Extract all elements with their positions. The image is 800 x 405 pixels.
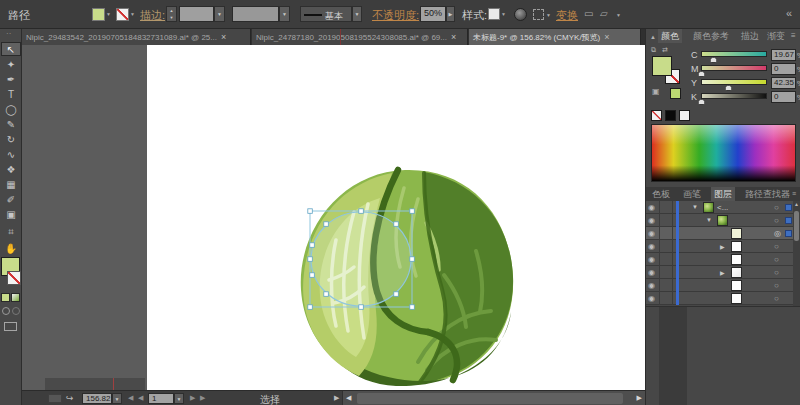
pen-tool[interactable]: ✒ xyxy=(1,73,21,87)
stroke-caret-icon[interactable]: ▼ xyxy=(130,11,135,17)
tab-gradient[interactable]: 渐变 xyxy=(764,29,788,43)
target-icon[interactable]: ○ xyxy=(774,242,779,251)
opacity-link[interactable]: 不透明度: xyxy=(372,8,419,23)
artboard-number-input[interactable]: 1 xyxy=(148,393,174,404)
width-profile-select[interactable] xyxy=(232,6,279,22)
black-swatch[interactable] xyxy=(665,110,676,121)
visibility-eye-icon[interactable]: ◉ xyxy=(648,294,655,303)
recolor-artwork-icon[interactable] xyxy=(514,8,527,21)
align-art-icon[interactable]: ▱ xyxy=(600,8,608,19)
visibility-eye-icon[interactable]: ◉ xyxy=(648,242,655,251)
artboard-caret-icon[interactable]: ▼ xyxy=(174,393,184,404)
tab-pathfinder[interactable]: 路径查找器 xyxy=(742,187,793,201)
tab-layers[interactable]: 图层 xyxy=(711,187,735,201)
layer-row[interactable]: ◉ ○ xyxy=(646,279,800,292)
tab-color-guide[interactable]: 颜色参考 xyxy=(690,29,732,43)
stroke-color-swatch[interactable] xyxy=(116,8,129,21)
visibility-eye-icon[interactable]: ◉ xyxy=(648,268,655,277)
target-icon[interactable]: ○ xyxy=(774,294,779,303)
tab-color[interactable]: 颜色 xyxy=(658,29,682,43)
paintbrush-tool[interactable]: ✎ xyxy=(1,118,21,132)
fill-color-swatch[interactable] xyxy=(92,8,105,21)
yellow-value-input[interactable]: 42.35 xyxy=(771,77,796,89)
visibility-eye-icon[interactable]: ◉ xyxy=(648,255,655,264)
document-tab-active[interactable]: 未标题-9* @ 156.82% (CMYK/预览)× xyxy=(469,29,641,45)
layer-row[interactable]: ◉ ▼ ○ xyxy=(646,214,800,227)
layer-row[interactable]: ◉ ▼ <... ○ xyxy=(646,201,800,214)
cyan-value-input[interactable]: 19.67 xyxy=(771,49,796,61)
style-swatch[interactable] xyxy=(488,8,500,20)
gradient-mode-button[interactable] xyxy=(11,293,20,302)
close-icon[interactable]: × xyxy=(604,32,609,42)
stroke-weight-caret-icon[interactable]: ▼ xyxy=(214,6,225,22)
close-icon[interactable]: × xyxy=(451,32,456,42)
magenta-value-input[interactable]: 0 xyxy=(771,63,796,75)
magenta-slider-track[interactable] xyxy=(701,65,767,71)
panel-grip-icon[interactable]: ·· xyxy=(6,29,11,38)
target-icon[interactable]: ○ xyxy=(774,255,779,264)
selection-indicator[interactable] xyxy=(785,230,792,237)
magic-wand-tool[interactable]: ✦ xyxy=(1,58,21,72)
artboard-tool[interactable]: ⌗ xyxy=(1,225,21,239)
last-artboard-icon[interactable]: ▶ xyxy=(200,394,205,402)
stroke-weight-value[interactable] xyxy=(179,6,214,22)
perspective-grid-tool[interactable]: ▦ xyxy=(1,178,21,192)
visibility-eye-icon[interactable]: ◉ xyxy=(648,229,655,238)
scroll-right-icon[interactable]: ▶ xyxy=(637,394,642,402)
panel-menu-icon[interactable]: ≡ xyxy=(791,31,796,40)
brush-definition-select[interactable]: 基本 xyxy=(300,6,352,22)
dock-expand-icon[interactable]: ▲ xyxy=(650,34,656,40)
layer-row[interactable]: ◉ ▶ ○ xyxy=(646,266,800,279)
select-similar-icon[interactable] xyxy=(533,9,544,20)
first-artboard-icon[interactable]: ◀ xyxy=(128,394,133,402)
layer-row[interactable]: ◉ ○ xyxy=(646,292,800,305)
rotate-tool[interactable]: ↻ xyxy=(1,133,21,147)
panel-fill-swatch[interactable] xyxy=(652,56,672,76)
status-icon[interactable] xyxy=(48,394,62,403)
selection-tool[interactable]: ↖ xyxy=(1,42,21,56)
tab-stroke[interactable]: 描边 xyxy=(738,29,762,43)
selection-indicator[interactable] xyxy=(785,204,792,211)
pencil-tool[interactable]: ∿ xyxy=(1,148,21,162)
color-spectrum[interactable] xyxy=(651,124,796,182)
fill-caret-icon[interactable]: ▼ xyxy=(106,11,111,17)
scrollbar-thumb[interactable] xyxy=(794,211,799,241)
black-slider-track[interactable] xyxy=(701,93,767,99)
scrollbar-thumb[interactable] xyxy=(357,393,623,404)
collapse-dock-icon[interactable]: « xyxy=(786,7,792,19)
canvas[interactable] xyxy=(22,45,645,390)
layer-row[interactable]: ◉ ▶ ○ xyxy=(646,240,800,253)
document-tab[interactable]: Nipic_24787180_20190508195524308085.ai* … xyxy=(252,29,468,45)
visibility-eye-icon[interactable]: ◉ xyxy=(648,216,655,225)
share-icon[interactable]: ↪ xyxy=(66,393,74,403)
horizontal-scrollbar[interactable]: ◀ ▶ xyxy=(342,391,645,405)
selection-overlay[interactable] xyxy=(308,209,415,309)
transform-link[interactable]: 变换 xyxy=(556,8,578,23)
visibility-eye-icon[interactable]: ◉ xyxy=(648,281,655,290)
select-similar-caret-icon[interactable]: ▼ xyxy=(546,12,551,18)
target-icon[interactable]: ○ xyxy=(774,268,779,277)
layer-row[interactable]: ◉ ○ xyxy=(646,253,800,266)
document-tab[interactable]: Nipic_29483542_20190705184832731089.ai* … xyxy=(22,29,251,45)
target-icon[interactable]: ○ xyxy=(774,216,779,225)
layers-scrollbar[interactable]: ▲ xyxy=(793,201,800,306)
style-caret-icon[interactable]: ▼ xyxy=(501,11,506,17)
layer-row-selected[interactable]: ◉ ◎ xyxy=(646,227,800,240)
draw-behind-icon[interactable] xyxy=(12,307,20,315)
target-icon[interactable]: ○ xyxy=(774,281,779,290)
close-icon[interactable]: × xyxy=(221,32,226,42)
white-swatch[interactable] xyxy=(679,110,690,121)
brush-caret-icon[interactable]: ▼ xyxy=(352,6,362,22)
screen-mode-button[interactable] xyxy=(4,322,17,331)
black-slider-thumb[interactable] xyxy=(698,99,705,105)
expand-icon[interactable]: ▶ xyxy=(720,269,725,276)
type-tool[interactable]: T xyxy=(1,88,21,102)
opacity-input[interactable]: 50% xyxy=(420,6,446,22)
expand-icon[interactable]: ▼ xyxy=(706,217,712,223)
hand-tool[interactable]: ✋ xyxy=(1,242,21,256)
opacity-caret-icon[interactable]: ▶ xyxy=(446,6,455,22)
tab-brushes[interactable]: 画笔 xyxy=(680,187,704,201)
draw-normal-icon[interactable] xyxy=(2,307,10,315)
target-icon[interactable]: ○ xyxy=(774,203,779,212)
none-swatch[interactable] xyxy=(651,110,662,121)
